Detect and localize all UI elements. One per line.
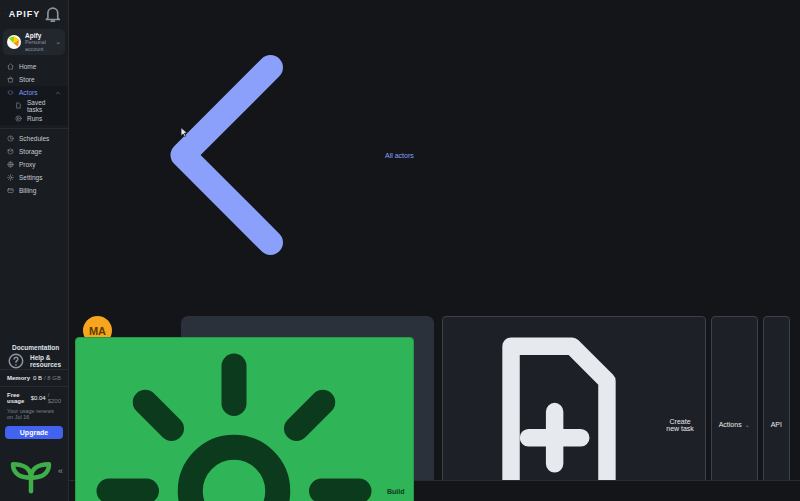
proxy-icon: [7, 161, 14, 168]
sidebar-spacer: [0, 197, 68, 341]
sidebar-item-settings[interactable]: Settings: [0, 171, 68, 184]
sidebar-item-billing[interactable]: Billing: [0, 184, 68, 197]
create-new-task-button[interactable]: Create new task: [442, 316, 706, 501]
memory-used: 0 B: [33, 375, 42, 381]
schedules-icon: [7, 135, 14, 142]
sidebar-header: APIFY: [0, 0, 68, 26]
chevron-left-icon: [83, 5, 383, 305]
sidebar-bottom: Documentation Help & resources Memory 0 …: [0, 341, 68, 501]
sidebar-item-label: Billing: [19, 187, 36, 194]
logo-text: APIFY: [9, 9, 41, 19]
sidebar-item-label: Storage: [19, 148, 42, 155]
plant-icon: [4, 444, 58, 498]
divider: [0, 128, 68, 129]
chevron-down-icon: ⌄: [55, 38, 61, 46]
sidebar-item-label: Runs: [27, 115, 42, 122]
memory-row: Memory 0 B / 8 GB: [0, 372, 68, 384]
actors-icon: [7, 89, 14, 96]
sidebar-item-runs[interactable]: Runs: [0, 112, 68, 125]
build-button[interactable]: Build: [75, 337, 414, 501]
back-to-all-actors-link[interactable]: All actors: [83, 5, 414, 305]
sidebar-item-label: Settings: [19, 174, 43, 181]
account-switcher[interactable]: Apify Personal account ⌄: [3, 29, 65, 55]
sidebar-item-saved-tasks[interactable]: Saved tasks: [0, 99, 68, 112]
sidebar-item-proxy[interactable]: Proxy: [0, 158, 68, 171]
main-area: All actors MA My Actor 14 Private plum_h…: [69, 0, 800, 501]
apify-logo-icon: [5, 7, 6, 20]
home-icon: [7, 63, 14, 70]
account-avatar: [7, 35, 21, 49]
sidebar-footer: «: [0, 444, 68, 501]
bottom-bar: Build: [69, 480, 800, 501]
actions-label: Actions: [719, 421, 742, 428]
sidebar-item-label: Proxy: [19, 161, 36, 168]
help-label: Help & resources: [30, 354, 61, 368]
sidebar-nav: HomeStoreActorsSaved tasksRunsSchedulesS…: [0, 60, 68, 197]
sidebar-item-label: Schedules: [19, 135, 49, 142]
settings-icon: [7, 174, 14, 181]
back-link-label: All actors: [385, 152, 414, 159]
sidebar-item-label: Saved tasks: [27, 99, 61, 113]
usage-total: / $200: [48, 392, 61, 404]
billing-icon: [7, 187, 14, 194]
sidebar-item-storage[interactable]: Storage: [0, 145, 68, 158]
sidebar-item-label: Store: [19, 76, 35, 83]
documentation-label: Documentation: [12, 344, 59, 351]
sidebar-item-help[interactable]: Help & resources: [0, 354, 68, 367]
sidebar-item-actors[interactable]: Actors: [0, 86, 68, 99]
sidebar-item-label: Home: [19, 63, 36, 70]
usage-used: $0.04: [31, 395, 46, 401]
chevron-up-icon: [55, 90, 61, 96]
create-task-label: Create new task: [662, 418, 697, 432]
saved-tasks-icon: [15, 102, 22, 109]
runs-icon: [15, 115, 22, 122]
sidebar-item-label: Actors: [19, 89, 37, 96]
divider: [0, 369, 68, 370]
collapse-sidebar-button[interactable]: «: [58, 467, 63, 476]
divider: [0, 386, 68, 387]
chevron-down-icon: ⌄: [745, 421, 750, 428]
sidebar-item-schedules[interactable]: Schedules: [0, 132, 68, 145]
help-icon: [7, 352, 25, 370]
api-label: API: [771, 421, 782, 428]
actions-button[interactable]: Actions ⌄: [711, 316, 758, 501]
build-button-label: Build: [387, 488, 405, 495]
store-icon: [7, 76, 14, 83]
sidebar-item-home[interactable]: Home: [0, 60, 68, 73]
storage-icon: [7, 148, 14, 155]
usage-row: Free usage $0.04 / $200: [0, 389, 68, 407]
usage-renew-note: Your usage renews on Jul 16: [0, 407, 68, 423]
usage-label: Free usage: [7, 392, 31, 404]
api-button[interactable]: API: [763, 316, 790, 501]
memory-label: Memory: [7, 375, 30, 381]
account-type: Personal account: [25, 39, 51, 52]
sidebar: APIFY Apify Personal account ⌄ HomeStore…: [0, 0, 69, 501]
notifications-bell-icon[interactable]: [43, 4, 63, 24]
build-gear-icon: [84, 341, 384, 501]
upgrade-button[interactable]: Upgrade: [5, 426, 63, 439]
memory-total: / 8 GB: [44, 375, 61, 381]
file-plus-icon: [450, 320, 659, 501]
sidebar-item-store[interactable]: Store: [0, 73, 68, 86]
account-name: Apify: [25, 32, 51, 40]
app-root: APIFY Apify Personal account ⌄ HomeStore…: [0, 0, 800, 501]
